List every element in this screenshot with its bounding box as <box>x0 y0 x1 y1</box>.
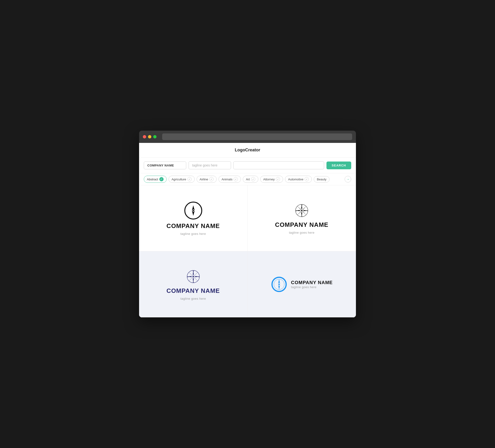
svg-point-40 <box>278 284 280 285</box>
industry-input[interactable] <box>233 161 324 169</box>
logo-4-company-name: COMPANY NAME <box>291 280 333 285</box>
category-label: Abstract <box>147 178 158 181</box>
category-chip-airline[interactable]: Airline ✓ <box>197 176 217 183</box>
logo-card-2[interactable]: N S W E COMPANY NAME tagline goes here <box>248 185 356 251</box>
check-icon-agriculture: ✓ <box>187 177 192 181</box>
category-label: Art <box>246 178 250 181</box>
compass-rose-black-icon: N S W E <box>293 202 310 219</box>
browser-window: LogoCreator SEARCH Abstract ✓ Agricultur… <box>139 131 356 317</box>
check-icon-animals: ✓ <box>234 177 238 181</box>
check-icon-airline: ✓ <box>209 177 214 181</box>
logo-3-company-name: COMPANY NAME <box>166 287 220 294</box>
category-chip-attorney[interactable]: Attorney ✓ <box>260 176 283 183</box>
logo-3-tagline: tagline goes here <box>180 297 206 300</box>
compass-rose-small-icon: N S W E <box>185 268 202 285</box>
logo-card-1[interactable]: COMPANY NAME tagline goes here <box>139 185 248 251</box>
browser-content: LogoCreator SEARCH Abstract ✓ Agricultur… <box>139 143 356 317</box>
traffic-light-red[interactable] <box>143 135 146 139</box>
svg-marker-14 <box>298 211 302 215</box>
logo-card-4-inner: COMPANY NAME tagline goes here <box>271 276 333 293</box>
check-icon-art: ✓ <box>251 177 255 181</box>
logo-1-company-name: COMPANY NAME <box>166 222 220 230</box>
category-chip-abstract[interactable]: Abstract ✓ <box>144 176 167 183</box>
logo-card-2-inner: N S W E COMPANY NAME tagline goes here <box>275 202 328 234</box>
logo-4-tagline: tagline goes here <box>291 285 333 289</box>
svg-text:N: N <box>193 270 194 272</box>
svg-text:S: S <box>193 281 194 283</box>
logo-card-3-inner: N S W E COMPANY NAME tagline goes here <box>166 268 220 300</box>
app-title: LogoCreator <box>235 148 260 152</box>
logo-card-3[interactable]: N S W E COMPANY NAME tagline goes here <box>139 251 248 317</box>
svg-point-17 <box>301 210 302 211</box>
category-chip-automotive[interactable]: Automotive ✓ <box>285 176 312 183</box>
category-label: Beauty <box>317 178 326 181</box>
address-bar <box>162 133 352 140</box>
category-chip-beauty[interactable]: Beauty <box>314 176 329 182</box>
traffic-light-yellow[interactable] <box>148 135 151 139</box>
app-header: LogoCreator <box>139 143 356 157</box>
tagline-input[interactable] <box>189 161 231 169</box>
browser-titlebar <box>139 131 356 143</box>
svg-point-31 <box>192 276 194 277</box>
category-bar: Abstract ✓ Agriculture ✓ Airline ✓ Anima… <box>139 173 356 185</box>
check-icon-abstract: ✓ <box>159 177 164 181</box>
svg-marker-39 <box>278 285 280 290</box>
svg-text:E: E <box>307 210 308 211</box>
check-icon-automotive: ✓ <box>304 177 309 181</box>
category-chip-agriculture[interactable]: Agriculture ✓ <box>168 176 195 183</box>
svg-text:W: W <box>187 276 188 277</box>
svg-text:S: S <box>301 215 302 217</box>
company-name-input[interactable] <box>144 162 186 169</box>
logo-grid: COMPANY NAME tagline goes here <box>139 185 356 317</box>
svg-text:E: E <box>198 276 199 277</box>
logo-2-tagline: tagline goes here <box>289 231 315 234</box>
compass-circle-blue-icon <box>271 276 287 293</box>
category-label: Animals <box>221 178 233 181</box>
compass-circle-black-icon <box>184 201 203 220</box>
logo-1-tagline: tagline goes here <box>180 232 206 236</box>
svg-marker-2 <box>192 210 195 216</box>
traffic-light-green[interactable] <box>153 135 156 139</box>
svg-text:W: W <box>296 210 297 211</box>
logo-2-company-name: COMPANY NAME <box>275 221 328 228</box>
search-button[interactable]: SEARCH <box>327 162 351 169</box>
search-bar: SEARCH <box>139 157 356 173</box>
svg-marker-1 <box>192 205 195 210</box>
svg-marker-38 <box>278 279 280 284</box>
category-label: Automotive <box>288 178 303 181</box>
category-label: Agriculture <box>172 178 186 181</box>
category-chip-art[interactable]: Art ✓ <box>243 176 258 183</box>
logo-card-4[interactable]: COMPANY NAME tagline goes here <box>248 251 356 317</box>
category-label: Airline <box>200 178 208 181</box>
category-label: Attorney <box>263 178 275 181</box>
logo-4-text-group: COMPANY NAME tagline goes here <box>291 280 333 289</box>
svg-point-3 <box>192 210 194 211</box>
category-next-arrow[interactable]: → <box>345 176 351 182</box>
svg-marker-15 <box>298 206 302 210</box>
check-icon-attorney: ✓ <box>276 177 280 181</box>
svg-text:N: N <box>301 204 302 206</box>
category-chip-animals[interactable]: Animals ✓ <box>219 176 241 183</box>
logo-card-1-inner: COMPANY NAME tagline goes here <box>166 201 220 236</box>
